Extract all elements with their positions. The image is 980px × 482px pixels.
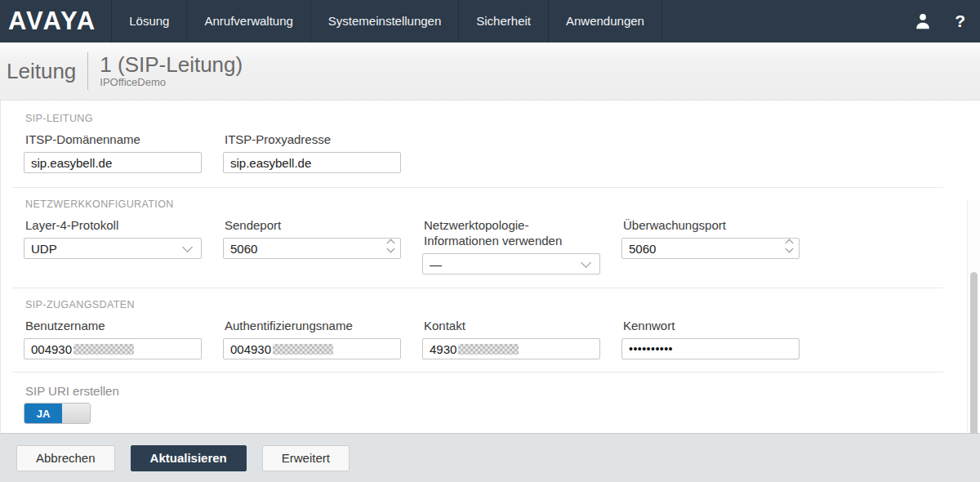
- redacted-value: [458, 344, 519, 355]
- section-divider: [12, 187, 943, 188]
- kennwort-label: Kennwort: [623, 318, 800, 333]
- itsp-domain-input[interactable]: [24, 152, 202, 173]
- erweitert-button[interactable]: Erweitert: [262, 445, 350, 471]
- sendeport-label: Sendeport: [225, 217, 401, 233]
- sip-uri-toggle[interactable]: JA: [24, 403, 91, 424]
- section-divider: [12, 372, 943, 373]
- itsp-proxy-label: ITSP-Proxyadresse: [225, 132, 401, 147]
- redacted-value: [74, 344, 134, 355]
- scrollbar-track[interactable]: [967, 200, 980, 433]
- header-divider: [87, 52, 88, 90]
- redacted-value: [273, 344, 333, 355]
- aktualisieren-button[interactable]: Aktualisieren: [131, 445, 247, 471]
- benutzername-label: Benutzername: [25, 318, 202, 333]
- field-benutzername: Benutzername 004930: [24, 318, 202, 359]
- chevron-down-icon[interactable]: [786, 245, 794, 253]
- field-itsp-proxy: ITSP-Proxyadresse: [223, 132, 401, 173]
- section-netzwerkkonfiguration: NETZWERKKONFIGURATION Layer-4-Protokoll …: [1, 199, 980, 274]
- sendeport-stepper[interactable]: 5060: [223, 238, 401, 259]
- sendeport-value: 5060: [230, 242, 257, 256]
- user-icon[interactable]: [914, 12, 932, 30]
- scrollbar-thumb[interactable]: [970, 272, 978, 433]
- nav-item-systemeinstellungen[interactable]: Systemeinstellungen: [310, 0, 458, 42]
- nav-item-loesung[interactable]: Lösung: [111, 0, 186, 42]
- authentifizierungsname-visible-value: 004930: [230, 342, 271, 356]
- zugangsdaten-fields: Benutzername 004930 Authentifizierungsna…: [1, 318, 980, 359]
- authentifizierungsname-label: Authentifizierungsname: [225, 318, 401, 333]
- kennwort-masked-value: ••••••••••: [629, 342, 673, 355]
- nav-item-anwendungen[interactable]: Anwendungen: [548, 0, 662, 42]
- settings-form: SIP-LEITUNG ITSP-Domänenname ITSP-Proxya…: [0, 100, 980, 433]
- field-itsp-domain: ITSP-Domänenname: [24, 132, 202, 173]
- section-sip-leitung: SIP-LEITUNG ITSP-Domänenname ITSP-Proxya…: [1, 100, 980, 173]
- help-icon[interactable]: ?: [955, 11, 965, 31]
- field-netzwerktopologie: Netzwerktopologie-Informationen verwende…: [422, 217, 600, 274]
- chevron-down-icon: [581, 257, 591, 268]
- page-subtitle: IPOfficeDemo: [100, 76, 243, 89]
- header-title-block: 1 (SIP-Leitung) IPOfficeDemo: [100, 53, 243, 89]
- section-title-sip-leitung: SIP-LEITUNG: [25, 113, 980, 124]
- kennwort-input[interactable]: ••••••••••: [621, 338, 800, 359]
- nav-item-anrufverwaltung[interactable]: Anrufverwaltung: [186, 0, 310, 42]
- field-layer4-protokoll: Layer-4-Protokoll UDP: [24, 217, 202, 259]
- chevron-down-icon[interactable]: [387, 245, 395, 253]
- section-sip-uri: SIP URI erstellen JA: [1, 384, 980, 424]
- netzwerk-fields: Layer-4-Protokoll UDP Sendeport 5060 Net…: [1, 217, 980, 274]
- section-sip-zugangsdaten: SIP-ZUGANGSDATEN Benutzername 004930 Aut…: [1, 299, 980, 359]
- abbrechen-button[interactable]: Abbrechen: [16, 445, 115, 471]
- field-kontakt: Kontakt 4930: [422, 318, 600, 359]
- sip-uri-label: SIP URI erstellen: [25, 384, 980, 398]
- field-authentifizierungsname: Authentifizierungsname 004930: [223, 318, 401, 359]
- authentifizierungsname-input[interactable]: 004930: [223, 338, 401, 359]
- nav-item-sicherheit[interactable]: Sicherheit: [458, 0, 548, 42]
- section-title-netzwerk: NETZWERKKONFIGURATION: [25, 199, 980, 210]
- layer4-selected-value: UDP: [31, 242, 57, 256]
- itsp-proxy-input[interactable]: [223, 152, 401, 173]
- netzwerktopologie-selected-value: —: [430, 257, 442, 271]
- sendeport-spinner: [388, 240, 394, 252]
- page-title: 1 (SIP-Leitung): [100, 53, 243, 76]
- field-sendeport: Sendeport 5060: [223, 217, 401, 259]
- page-header: Leitung 1 (SIP-Leitung) IPOfficeDemo: [0, 42, 980, 100]
- kontakt-input[interactable]: 4930: [422, 338, 600, 359]
- section-title-zugangsdaten: SIP-ZUGANGSDATEN: [25, 299, 980, 310]
- benutzername-visible-value: 004930: [31, 342, 72, 356]
- ueberwachungsport-label: Überwachungsport: [623, 217, 800, 233]
- ueberwachungsport-spinner: [786, 240, 792, 252]
- toggle-on-segment[interactable]: JA: [24, 404, 62, 423]
- section-divider: [12, 288, 943, 288]
- field-ueberwachungsport: Überwachungsport 5060: [621, 217, 800, 259]
- kontakt-label: Kontakt: [424, 318, 600, 333]
- chevron-down-icon: [182, 242, 193, 252]
- action-bar: Abbrechen Aktualisieren Erweitert: [0, 433, 980, 482]
- ueberwachungsport-stepper[interactable]: 5060: [621, 238, 800, 259]
- toggle-off-segment[interactable]: [62, 404, 90, 423]
- layer4-select[interactable]: UDP: [24, 238, 202, 259]
- kontakt-visible-value: 4930: [430, 342, 457, 356]
- benutzername-input[interactable]: 004930: [24, 338, 202, 359]
- top-navbar: AVAYA Lösung Anrufverwaltung Systemeinst…: [0, 0, 980, 42]
- avaya-logo: AVAYA: [0, 0, 111, 42]
- layer4-label: Layer-4-Protokoll: [25, 217, 202, 233]
- nav-right-icons: ?: [914, 0, 965, 42]
- avaya-logo-text: AVAYA: [8, 0, 96, 42]
- nav-menu: Lösung Anrufverwaltung Systemeinstellung…: [111, 0, 662, 42]
- netzwerktopologie-label: Netzwerktopologie-Informationen verwende…: [424, 217, 600, 248]
- netzwerktopologie-select[interactable]: —: [422, 253, 600, 274]
- itsp-domain-label: ITSP-Domänenname: [25, 132, 202, 147]
- field-kennwort: Kennwort ••••••••••: [621, 318, 800, 359]
- breadcrumb-context: Leitung: [7, 59, 76, 84]
- sip-leitung-fields: ITSP-Domänenname ITSP-Proxyadresse: [1, 132, 980, 173]
- ueberwachungsport-value: 5060: [629, 242, 656, 256]
